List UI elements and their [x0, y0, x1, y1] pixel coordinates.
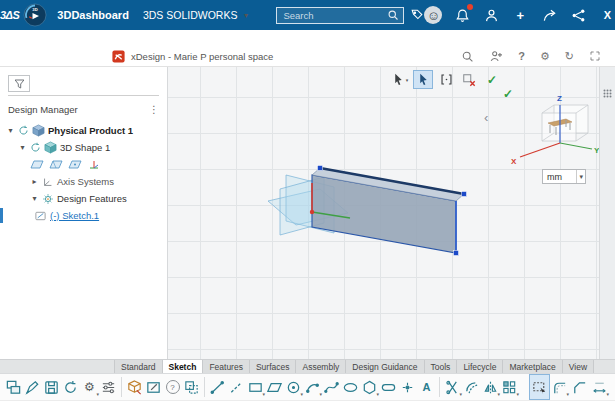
- tab-design-guidance[interactable]: Design Guidance: [346, 360, 424, 373]
- select-cursor-button[interactable]: ▾: [390, 70, 410, 89]
- plane-zx-icon[interactable]: [68, 159, 82, 170]
- notifications-button[interactable]: [453, 6, 471, 24]
- text-icon: A: [423, 382, 431, 393]
- search-icon[interactable]: [461, 50, 474, 63]
- tab-features[interactable]: Features: [203, 360, 250, 373]
- tree-row-design-features[interactable]: ▾ Design Features: [0, 190, 167, 207]
- design-gallery-button[interactable]: [4, 375, 23, 399]
- add-button[interactable]: +: [511, 6, 529, 24]
- tab-marketplace[interactable]: Marketplace: [503, 360, 562, 373]
- 3ds-logo-text: 3ΔS: [0, 9, 19, 21]
- tab-assembly[interactable]: Assembly: [296, 360, 346, 373]
- box-select-button[interactable]: [413, 70, 433, 89]
- expand-caret-icon[interactable]: ▾: [6, 126, 15, 135]
- box-select-tool-button[interactable]: [530, 375, 549, 399]
- tab-surfaces[interactable]: Surfaces: [250, 360, 297, 373]
- refresh-icon[interactable]: ↻: [565, 51, 574, 62]
- style-painter-button[interactable]: [23, 375, 42, 399]
- apps-rail-icon[interactable]: [603, 89, 612, 98]
- chamfer-button[interactable]: [570, 375, 589, 399]
- sketch-button[interactable]: [144, 375, 163, 399]
- viewport-3d[interactable]: Z X Y ▾: [168, 67, 599, 359]
- units-dropdown[interactable]: mm ▾: [542, 169, 586, 184]
- tree-row-sketch1[interactable]: (-) Sketch.1: [0, 207, 167, 224]
- tree-filter-row: [8, 75, 159, 96]
- app-title[interactable]: 3DDashboard: [57, 9, 129, 21]
- tree-row-3d-shape[interactable]: ▾ 3D Shape 1: [0, 139, 167, 156]
- save-button[interactable]: [42, 375, 61, 399]
- notification-badge: [467, 4, 473, 10]
- tab-tools[interactable]: Tools: [425, 360, 458, 373]
- point-tool-button[interactable]: [398, 375, 417, 399]
- rectangle-icon: [247, 379, 264, 396]
- panel-title: Design Manager: [8, 104, 78, 115]
- trim-icon: [444, 379, 461, 396]
- spline-tool-button[interactable]: [322, 375, 341, 399]
- origin-icon[interactable]: [87, 159, 101, 170]
- x-social-button[interactable]: X: [598, 6, 615, 24]
- 3ds-logo[interactable]: 3ΔS: [0, 0, 19, 30]
- convert-entities-button[interactable]: [182, 375, 201, 399]
- tab-sketch[interactable]: Sketch: [163, 360, 204, 373]
- share-forward-icon: [542, 8, 557, 23]
- tab-standard[interactable]: Standard: [114, 360, 163, 373]
- arc-tool-button[interactable]: ▾: [303, 375, 322, 399]
- mirror-tool-button[interactable]: ▾: [481, 375, 500, 399]
- chevron-left-icon[interactable]: ‹: [484, 111, 488, 124]
- settings-button[interactable]: ⚙ ▾: [80, 375, 99, 399]
- bookmark-tag-button[interactable]: [410, 8, 424, 22]
- slot-tool-button[interactable]: [379, 375, 398, 399]
- expand-caret-icon[interactable]: ▾: [30, 194, 39, 203]
- help-icon[interactable]: ?: [518, 51, 525, 62]
- polygon-tool-button[interactable]: ▾: [360, 375, 379, 399]
- help-button[interactable]: ?: [163, 375, 182, 399]
- linear-pattern-button[interactable]: ▾: [500, 375, 519, 399]
- plane-xy-icon[interactable]: [30, 159, 44, 170]
- expand-caret-icon[interactable]: ▾: [18, 143, 27, 152]
- dimension-button[interactable]: ▾: [590, 375, 609, 399]
- search-input[interactable]: [281, 9, 387, 22]
- share-button[interactable]: [540, 6, 558, 24]
- display-options-button[interactable]: [99, 375, 118, 399]
- edit-3d-shape-button[interactable]: [125, 375, 144, 399]
- tab-view[interactable]: View: [563, 360, 594, 373]
- add-user-icon[interactable]: [489, 49, 503, 63]
- tree-filter-input[interactable]: [34, 77, 159, 91]
- user-button[interactable]: [482, 6, 500, 24]
- avatar[interactable]: ☺: [424, 6, 442, 24]
- tree-label[interactable]: (-) Sketch.1: [50, 210, 99, 221]
- accept-secondary-button[interactable]: ✓: [498, 84, 518, 103]
- tab-lifecycle[interactable]: Lifecycle: [457, 360, 503, 373]
- tree-row-physical-product[interactable]: ▾ Physical Product 1: [0, 122, 167, 139]
- parallelogram-tool-button[interactable]: [265, 375, 284, 399]
- xdesign-logo: [112, 50, 125, 63]
- fullscreen-icon[interactable]: [589, 50, 601, 62]
- panel-menu-icon[interactable]: ⋮: [149, 104, 159, 115]
- line-tool-button[interactable]: [208, 375, 227, 399]
- text-tool-button[interactable]: A: [417, 375, 436, 399]
- circle-tool-button[interactable]: ▾: [284, 375, 303, 399]
- offset-tool-button[interactable]: [462, 375, 481, 399]
- sketch-fillet-button[interactable]: ▾: [550, 375, 569, 399]
- rectangle-tool-button[interactable]: ▾: [246, 375, 265, 399]
- selection-filter-button[interactable]: [436, 70, 456, 89]
- tree-row-axis-systems[interactable]: ▸ Axis Systems: [0, 173, 167, 190]
- style-painter-icon: [24, 379, 41, 396]
- ellipse-tool-button[interactable]: [341, 375, 360, 399]
- topbar-actions: ☺ +: [424, 6, 615, 24]
- plane-yz-icon[interactable]: [49, 159, 63, 170]
- ribbon-tabs: Standard Sketch Features Surfaces Assemb…: [0, 359, 615, 373]
- trim-tool-button[interactable]: ▾: [443, 375, 462, 399]
- compass-button[interactable]: 3D: [23, 2, 47, 28]
- construction-line-button[interactable]: [227, 375, 246, 399]
- update-button[interactable]: [61, 375, 80, 399]
- gear-icon[interactable]: ⚙: [540, 51, 550, 62]
- polygon-icon: [361, 379, 378, 396]
- collapse-caret-icon[interactable]: ▸: [30, 177, 39, 186]
- remove-selection-button[interactable]: [459, 70, 479, 89]
- right-rail: [599, 67, 615, 359]
- community-button[interactable]: [569, 6, 587, 24]
- filter-type-button[interactable]: [8, 75, 30, 92]
- platform-menu[interactable]: 3DS SOLIDWORKS ▾: [143, 9, 251, 21]
- search-icon[interactable]: [387, 9, 399, 21]
